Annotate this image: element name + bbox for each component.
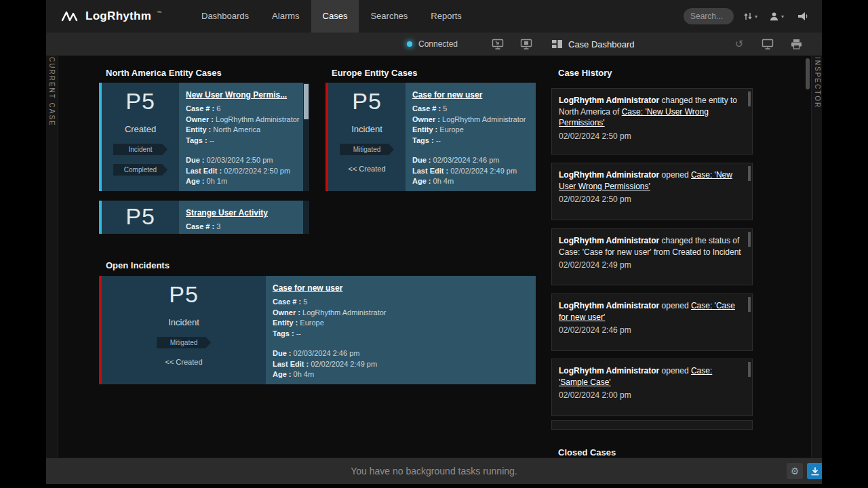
connection-status: Connected bbox=[407, 33, 458, 56]
main-scrollbar-thumb[interactable] bbox=[806, 58, 810, 89]
sort-arrows-icon bbox=[743, 12, 753, 21]
status-bar: You have no background tasks running. ⚙ bbox=[46, 458, 822, 484]
case-card-case-for-new-user[interactable]: P5 Incident Mitigated << Created Case fo… bbox=[326, 83, 536, 191]
section-heading-north-america: North America Entity Cases bbox=[106, 68, 222, 78]
history-actor: LogRhythm Administrator bbox=[559, 366, 659, 375]
entry-scrollbar-thumb[interactable] bbox=[748, 166, 751, 181]
field-entity: Entity : Europe bbox=[273, 318, 529, 329]
case-card-new-user-wrong-permissions[interactable]: P5 Created Incident Completed New User W… bbox=[99, 83, 309, 191]
field-age: Age : 0h 1m bbox=[186, 176, 296, 187]
nav-item-searches[interactable]: Searches bbox=[359, 0, 419, 33]
sort-options-button[interactable]: ▾ bbox=[743, 8, 757, 24]
printer-icon bbox=[791, 39, 802, 49]
field-value: LogRhythm Administrator bbox=[302, 308, 387, 317]
case-history-entry: LogRhythm Administrator opened Case: 'Sa… bbox=[551, 359, 753, 416]
field-value: 5 bbox=[443, 104, 447, 113]
field-due: Due : 02/03/2024 2:46 pm bbox=[412, 155, 529, 166]
field-owner: Owner : LogRhythm Administrator bbox=[186, 232, 296, 235]
download-button[interactable] bbox=[807, 463, 822, 479]
case-priority: P5 bbox=[169, 281, 199, 308]
undo-icon: ↺ bbox=[735, 38, 744, 50]
field-label: Last Edit : bbox=[186, 167, 222, 175]
section-heading-case-history: Case History bbox=[558, 68, 612, 78]
undo-button[interactable]: ↺ bbox=[732, 38, 746, 50]
entry-scrollbar-thumb[interactable] bbox=[748, 92, 751, 106]
section-heading-open-incidents: Open Incidents bbox=[106, 260, 170, 270]
card-scrollbar[interactable] bbox=[303, 83, 309, 191]
card-scrollbar-thumb[interactable] bbox=[304, 84, 309, 119]
field-label: Entity : bbox=[186, 125, 211, 134]
back-to-created-link[interactable]: << Created bbox=[348, 165, 385, 173]
entry-scrollbar-thumb[interactable] bbox=[748, 362, 751, 377]
field-label: Due : bbox=[186, 156, 205, 164]
history-entry-text: LogRhythm Administrator opened Case: 'Ne… bbox=[559, 169, 743, 192]
entry-scrollbar-thumb[interactable] bbox=[748, 232, 751, 247]
field-value: 02/02/2024 2:50 pm bbox=[224, 167, 290, 175]
current-case-tab[interactable]: CURRENT CASE bbox=[48, 57, 56, 127]
background-tasks-message: You have no background tasks running. bbox=[46, 458, 822, 484]
case-title-link[interactable]: Case for new user bbox=[412, 90, 482, 100]
gear-icon: ⚙ bbox=[791, 466, 800, 476]
field-label: Entity : bbox=[412, 125, 437, 134]
field-value: 0h 4m bbox=[294, 370, 315, 378]
field-case-number: Case # : 5 bbox=[412, 104, 529, 115]
field-age: Age : 0h 4m bbox=[412, 176, 529, 187]
search-input[interactable] bbox=[684, 8, 734, 24]
case-title-link[interactable]: Case for new user bbox=[273, 283, 342, 293]
case-priority: P5 bbox=[125, 203, 155, 230]
back-to-created-link[interactable]: << Created bbox=[165, 358, 202, 366]
field-case-number: Case # : 3 bbox=[186, 222, 296, 232]
field-owner: Owner : LogRhythm Administrator bbox=[412, 115, 529, 125]
history-entry-text: LogRhythm Administrator changed the enti… bbox=[559, 95, 743, 129]
field-tags: Tags : -- bbox=[412, 136, 529, 146]
print-button[interactable] bbox=[789, 38, 803, 50]
connection-status-label: Connected bbox=[418, 39, 458, 49]
monitor-save-icon[interactable] bbox=[519, 38, 533, 50]
case-card-strange-user-activity[interactable]: P5 Strange User Activity Case # : 3 Owne… bbox=[99, 201, 309, 234]
settings-button[interactable]: ⚙ bbox=[787, 463, 803, 479]
nav-item-dashboards[interactable]: Dashboards bbox=[190, 0, 260, 33]
logrhythm-logo-icon bbox=[61, 9, 80, 23]
open-incident-card-case-for-new-user[interactable]: P5 Incident Mitigated << Created Case fo… bbox=[99, 276, 536, 384]
history-entry-time: 02/02/2024 2:50 pm bbox=[559, 195, 743, 204]
status-button-completed[interactable]: Completed bbox=[113, 164, 167, 176]
monitor-icon bbox=[762, 39, 774, 49]
case-history-entry-clipped bbox=[551, 420, 753, 430]
field-label: Owner : bbox=[273, 308, 300, 317]
card-scrollbar[interactable] bbox=[303, 201, 309, 234]
case-title-link[interactable]: New User Wrong Permis... bbox=[186, 90, 287, 100]
case-status: Incident bbox=[351, 124, 382, 134]
inspector-tab[interactable]: INSPECTOR bbox=[814, 57, 821, 108]
entry-scrollbar-thumb[interactable] bbox=[748, 297, 751, 312]
field-label: Age : bbox=[412, 177, 431, 185]
field-label: Case # : bbox=[186, 222, 214, 230]
monitor-button[interactable] bbox=[761, 38, 774, 50]
status-button-mitigated[interactable]: Mitigated bbox=[340, 144, 394, 155]
announcements-button[interactable] bbox=[796, 8, 808, 24]
section-heading-europe: Europe Entity Cases bbox=[332, 68, 417, 78]
history-entry-text: LogRhythm Administrator opened Case: 'Sa… bbox=[559, 365, 743, 388]
nav-item-reports[interactable]: Reports bbox=[419, 0, 473, 33]
view-selector[interactable]: Case Dashboard bbox=[551, 33, 635, 56]
case-priority: P5 bbox=[125, 88, 155, 115]
download-icon bbox=[810, 466, 821, 476]
user-icon bbox=[769, 12, 779, 22]
brand-name: LogRhythm bbox=[85, 9, 151, 23]
field-last-edit: Last Edit : 02/02/2024 2:49 pm bbox=[412, 166, 529, 177]
case-title-link[interactable]: Strange User Activity bbox=[186, 208, 268, 218]
nav-item-cases[interactable]: Cases bbox=[311, 0, 359, 33]
status-button-incident[interactable]: Incident bbox=[113, 144, 167, 155]
main-nav-menu: Dashboards Alarms Cases Searches Reports bbox=[190, 0, 473, 33]
field-label: Tags : bbox=[273, 329, 294, 338]
field-value: 3 bbox=[216, 222, 220, 230]
user-menu-button[interactable]: ▾ bbox=[769, 8, 784, 24]
nav-item-alarms[interactable]: Alarms bbox=[260, 0, 311, 33]
field-value: 02/03/2024 2:46 pm bbox=[294, 349, 360, 357]
monitor-arrow-icon[interactable] bbox=[491, 38, 505, 50]
field-age: Age : 0h 4m bbox=[273, 369, 529, 380]
case-history-entry: LogRhythm Administrator opened Case: 'Ca… bbox=[551, 293, 753, 351]
status-button-mitigated[interactable]: Mitigated bbox=[157, 337, 211, 348]
field-case-number: Case # : 5 bbox=[273, 297, 529, 308]
field-label: Owner : bbox=[186, 115, 214, 123]
case-history-entry: LogRhythm Administrator changed the stat… bbox=[551, 228, 753, 285]
